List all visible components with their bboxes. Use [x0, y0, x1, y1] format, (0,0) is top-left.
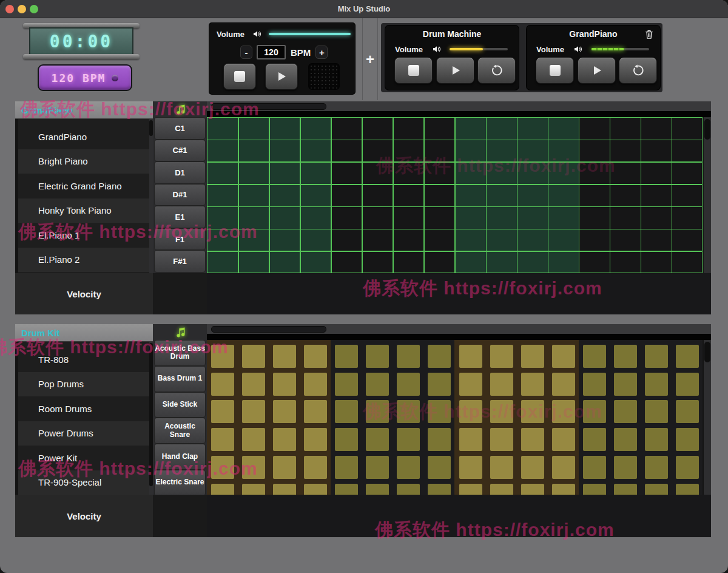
drum-pad[interactable]	[273, 345, 296, 368]
mixer-volume-slider[interactable]	[591, 48, 649, 50]
instrument-item[interactable]: Electric Grand Piano	[18, 174, 149, 198]
drum-pad[interactable]	[335, 484, 358, 495]
kit-item[interactable]: Pop Drums	[18, 372, 149, 397]
drum-pad[interactable]	[645, 428, 668, 451]
kit-item[interactable]: Power Kit	[18, 446, 149, 470]
drum-pad[interactable]	[676, 345, 699, 368]
drum-pad[interactable]	[676, 484, 699, 495]
drum-pad[interactable]	[335, 400, 358, 423]
note-label[interactable]: C#1	[154, 140, 206, 162]
drum-pad[interactable]	[397, 428, 420, 451]
instrument-item[interactable]: GrandPiano	[18, 124, 149, 149]
instrument-item[interactable]: Bright Piano	[18, 149, 149, 174]
drum-pad[interactable]	[645, 400, 668, 423]
piano-hscroll-track[interactable]	[207, 101, 711, 111]
drum-pad[interactable]	[242, 373, 265, 396]
drum-pad[interactable]	[366, 373, 389, 396]
drum-pad[interactable]	[583, 345, 606, 368]
pad-label[interactable]: Hand Clap	[154, 444, 206, 470]
drum-pad[interactable]	[459, 400, 482, 423]
drum-pad[interactable]	[366, 400, 389, 423]
drum-pad[interactable]	[273, 484, 296, 495]
instrument-item[interactable]: El.Piano 2	[18, 248, 149, 273]
piano-timeline-ruler[interactable]	[207, 111, 711, 117]
drum-pad[interactable]	[490, 428, 513, 451]
piano-vscroll-track[interactable]	[704, 117, 711, 273]
drum-pad[interactable]	[645, 456, 668, 479]
drum-pad[interactable]	[335, 345, 358, 368]
drum-play-button[interactable]	[436, 57, 474, 84]
drum-pad[interactable]	[490, 345, 513, 368]
drum-pad[interactable]	[366, 345, 389, 368]
drum-pad[interactable]	[552, 428, 575, 451]
drum-pad[interactable]	[614, 373, 637, 396]
drum-pad[interactable]	[397, 484, 420, 495]
drum-pad[interactable]	[521, 345, 544, 368]
drum-pad[interactable]	[521, 400, 544, 423]
drum-pad[interactable]	[521, 484, 544, 495]
drum-pad[interactable]	[552, 400, 575, 423]
drum-pad[interactable]	[273, 428, 296, 451]
pad-label[interactable]: Bass Drum 1	[154, 366, 206, 392]
kit-item[interactable]: Room Drums	[18, 396, 149, 421]
master-volume-slider[interactable]	[269, 33, 351, 35]
add-track-button[interactable]: +	[366, 51, 374, 68]
drum-pad[interactable]	[428, 400, 451, 423]
drum-pad[interactable]	[676, 400, 699, 423]
piano-roll-grid[interactable]	[207, 117, 703, 273]
piano-play-button[interactable]	[578, 57, 616, 84]
delete-track-icon[interactable]	[644, 29, 654, 39]
drum-pad[interactable]	[428, 373, 451, 396]
kit-item[interactable]: TR-909-Special	[18, 470, 149, 495]
drum-pad[interactable]	[583, 428, 606, 451]
drum-pad[interactable]	[211, 456, 234, 479]
pad-label[interactable]: Acoustic Snare	[154, 418, 206, 444]
drum-pad[interactable]	[614, 484, 637, 495]
drum-pad[interactable]	[459, 373, 482, 396]
drum-pad[interactable]	[397, 456, 420, 479]
drum-pad[interactable]	[552, 373, 575, 396]
drum-pad[interactable]	[335, 428, 358, 451]
drum-pad[interactable]	[366, 428, 389, 451]
drum-pad[interactable]	[645, 373, 668, 396]
drum-pad[interactable]	[645, 484, 668, 495]
drum-pad[interactable]	[459, 456, 482, 479]
note-label[interactable]: F1	[154, 228, 206, 251]
drum-pad[interactable]	[490, 400, 513, 423]
drum-pad[interactable]	[676, 373, 699, 396]
drum-pad[interactable]	[242, 428, 265, 451]
drum-pad[interactable]	[614, 400, 637, 423]
drum-pad[interactable]	[428, 428, 451, 451]
drum-pad[interactable]	[676, 456, 699, 479]
drum-pad[interactable]	[304, 400, 327, 423]
note-label[interactable]: C1	[154, 117, 206, 140]
note-label[interactable]: D#1	[154, 184, 206, 206]
drum-pad[interactable]	[459, 345, 482, 368]
vscroll-thumb[interactable]	[704, 342, 710, 362]
note-label[interactable]: D1	[154, 161, 206, 184]
drum-hscroll-track[interactable]	[207, 324, 711, 334]
pad-label[interactable]: Acoustic Bass Drum	[154, 340, 206, 366]
drum-pad[interactable]	[428, 345, 451, 368]
drum-pad[interactable]	[552, 484, 575, 495]
drum-velocity-lane[interactable]	[207, 495, 711, 537]
drum-pad[interactable]	[273, 400, 296, 423]
drum-pad[interactable]	[366, 484, 389, 495]
instrument-item[interactable]: Honky Tonk Piano	[18, 198, 149, 223]
bpm-increment-button[interactable]: +	[315, 46, 328, 59]
drum-pad[interactable]	[211, 428, 234, 451]
pad-label[interactable]: Side Stick	[154, 392, 206, 418]
drum-pad[interactable]	[614, 456, 637, 479]
drum-loop-button[interactable]	[477, 57, 516, 84]
drum-pad[interactable]	[459, 484, 482, 495]
hscroll-thumb[interactable]	[211, 103, 326, 110]
note-label[interactable]: E1	[154, 206, 206, 228]
drum-pad[interactable]	[304, 345, 327, 368]
kit-item[interactable]: TR-808	[18, 347, 149, 372]
drum-pad[interactable]	[583, 484, 606, 495]
drum-pad[interactable]	[242, 345, 265, 368]
drum-vscroll-track[interactable]	[704, 340, 711, 495]
drum-pad[interactable]	[242, 400, 265, 423]
drum-pad[interactable]	[211, 400, 234, 423]
drum-pad[interactable]	[459, 428, 482, 451]
